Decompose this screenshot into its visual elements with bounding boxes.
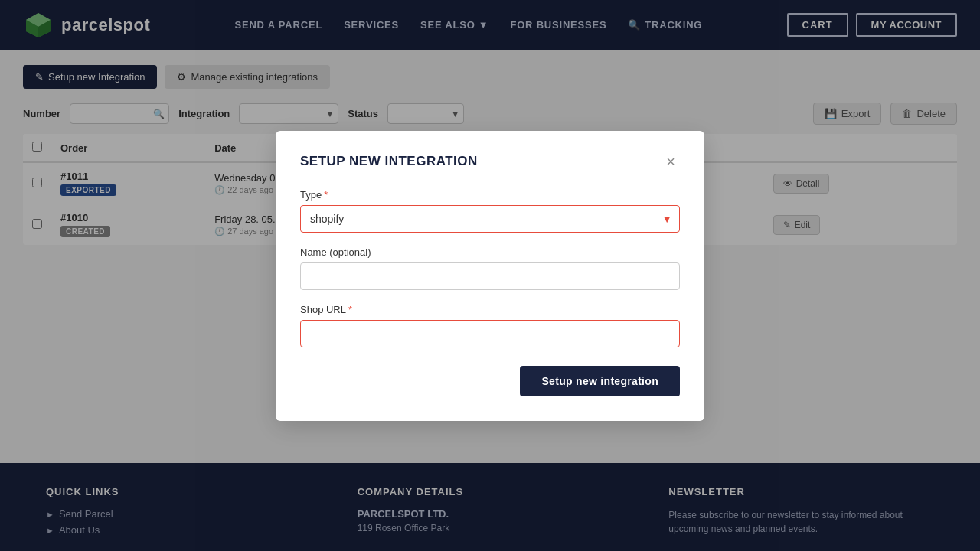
type-required-star: * bbox=[324, 189, 328, 201]
name-input[interactable] bbox=[300, 262, 680, 290]
type-select[interactable]: shopify woocommerce magento custom bbox=[300, 205, 680, 233]
modal-title: SETUP NEW INTEGRATION bbox=[300, 154, 478, 169]
setup-integration-modal: SETUP NEW INTEGRATION × Type * shopify w… bbox=[276, 131, 704, 421]
modal-close-button[interactable]: × bbox=[662, 152, 680, 171]
shop-url-label: Shop URL * bbox=[300, 304, 680, 315]
submit-button[interactable]: Setup new integration bbox=[520, 366, 680, 396]
type-form-group: Type * shopify woocommerce magento custo… bbox=[300, 189, 680, 233]
modal-overlay[interactable]: SETUP NEW INTEGRATION × Type * shopify w… bbox=[0, 0, 980, 551]
shop-url-required-star: * bbox=[348, 304, 352, 315]
modal-footer: Setup new integration bbox=[300, 366, 680, 396]
type-label: Type * bbox=[300, 189, 680, 201]
shop-url-form-group: Shop URL * bbox=[300, 304, 680, 347]
name-label: Name (optional) bbox=[300, 246, 680, 258]
modal-header: SETUP NEW INTEGRATION × bbox=[300, 152, 680, 171]
shop-url-input[interactable] bbox=[300, 320, 680, 347]
type-select-wrap: shopify woocommerce magento custom ▼ bbox=[300, 205, 680, 233]
name-form-group: Name (optional) bbox=[300, 246, 680, 290]
